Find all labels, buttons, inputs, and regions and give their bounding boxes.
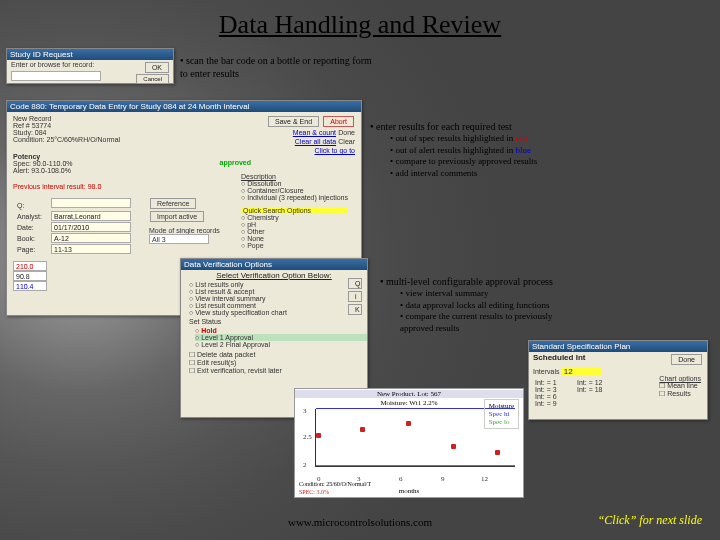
goto-link[interactable]: Click to go to [315, 147, 355, 154]
vo-1[interactable]: List results only [189, 281, 367, 288]
alert-lbl: Alert: 93.0-108.0% [13, 167, 73, 174]
opt-cc[interactable]: Container/Closure [241, 187, 348, 194]
status-hold[interactable]: Hold [195, 327, 367, 334]
caption-enter-s2: • out of alert results highlighted in bl… [390, 145, 630, 157]
int-6: Int: = 18 [577, 386, 603, 393]
chk-meanline[interactable]: Mean line [659, 382, 701, 390]
status-l2[interactable]: Level 2 Final Approval [195, 341, 367, 348]
xtick-6: 6 [399, 475, 403, 483]
q-field[interactable] [51, 198, 131, 208]
analyst-field[interactable]: Barrat,Leonard [51, 211, 131, 221]
lg-1: Moisture [489, 402, 514, 410]
chart-point [360, 427, 365, 432]
lg-3: Spec lo [489, 418, 514, 426]
chart-footer1: SPEC: 3.0% [299, 489, 329, 495]
txt-red: red [515, 133, 527, 143]
date-field[interactable]: 01/17/2010 [51, 222, 131, 232]
status-l1[interactable]: Level 1 Approval [195, 334, 367, 341]
hdr-new: New Record [13, 115, 120, 122]
verify-hdr: Select Verification Option Below: [185, 271, 363, 280]
chart-point [495, 450, 500, 455]
intv-val[interactable]: 12 [562, 367, 602, 376]
icon-k-button[interactable]: K [348, 304, 362, 315]
spec-lbl: Spec: 90.0-110.0% [13, 160, 73, 167]
q-icon: Q: [17, 202, 51, 209]
vo-5[interactable]: View study specification chart [189, 309, 367, 316]
opt-pope[interactable]: Pope [241, 242, 348, 249]
caption-enter-s4: • add interval comments [390, 168, 630, 180]
int-2: Int: = 3 [535, 386, 557, 393]
page-field[interactable]: 11-13 [51, 244, 131, 254]
caption-enter: • enter results for each required test •… [370, 120, 630, 180]
hdr-study: Study: 084 [13, 129, 120, 136]
caption-approval-s3: • compare the current results to previou… [400, 311, 640, 323]
done-button[interactable]: Done [671, 354, 702, 365]
icon-q-button[interactable]: Q [348, 278, 362, 289]
book-lbl: Book: [17, 235, 51, 242]
save-button[interactable]: Save & End [268, 116, 319, 127]
chk-results[interactable]: Results [659, 390, 701, 398]
dlg-dataentry-title: Code 880: Temporary Data Entry for Study… [7, 101, 361, 112]
icon-i-button[interactable]: i [348, 291, 362, 302]
ok-button[interactable]: OK [145, 62, 169, 73]
vo-2[interactable]: List result & accept [189, 288, 367, 295]
clear-link[interactable]: Clear all data [295, 138, 336, 145]
prompt: Enter or browse for record: [11, 61, 94, 68]
studyid-input[interactable] [11, 71, 101, 81]
int-5: Int: = 12 [577, 379, 603, 386]
vo-4[interactable]: List result comment [189, 302, 367, 309]
cancel-button[interactable]: Cancel [136, 74, 169, 84]
txt: • out of alert results highlighted in [390, 145, 515, 155]
dlg-sched-title: Standard Specification Plan [529, 341, 707, 352]
xtick-9: 9 [441, 475, 445, 483]
opt-ph[interactable]: pH [241, 221, 348, 228]
vo-3[interactable]: View interval summary [189, 295, 367, 302]
mean-val: Done [338, 129, 355, 136]
chart-point [406, 421, 411, 426]
chart-panel: New Product. Lot: 567 Moisture: Wt1 2.2%… [294, 388, 524, 498]
xtick-12: 12 [481, 475, 488, 483]
clear-val: Clear [338, 138, 355, 145]
opt-ind[interactable]: Individual (3 repeated) injections [241, 194, 348, 201]
import-button[interactable]: Import active [150, 211, 204, 222]
chk-delete[interactable]: Delete data packet [189, 351, 359, 359]
prev-msg: Previous interval result: 98.0 [13, 183, 101, 190]
caption-scan: • scan the bar code on a bottle or repor… [180, 54, 420, 80]
book-field[interactable]: A-12 [51, 233, 131, 243]
chart-title: New Product. Lot: 567 [295, 390, 523, 398]
txt: • out of spec results highlighted in [390, 133, 515, 143]
page-lbl: Page: [17, 246, 51, 253]
int-3: Int: = 6 [535, 393, 557, 400]
opt-none[interactable]: None [241, 235, 348, 242]
set-status-lbl: Set Status [189, 318, 359, 325]
dlg-verify-title: Data Verification Options [181, 259, 367, 270]
footer-click-hint: “Click” for next slide [598, 513, 702, 528]
lg-2: Spec hi [489, 410, 514, 418]
chk-exit[interactable]: Exit verification, revisit later [189, 367, 359, 375]
result-1[interactable]: 210.0 [13, 261, 47, 271]
potency-lbl: Potency [13, 153, 73, 160]
mode-field[interactable]: All 3 [149, 234, 209, 244]
chart-point [316, 433, 321, 438]
chart-legend: Moisture Spec hi Spec lo [484, 399, 519, 429]
chk-edit[interactable]: Edit result(s) [189, 359, 359, 367]
opt-chem[interactable]: Chemistry [241, 214, 348, 221]
caption-scan-l2: to enter results [180, 67, 420, 80]
mean-link[interactable]: Mean & count [293, 129, 336, 136]
caption-approval-l1: • multi-level configurable approval proc… [380, 275, 640, 288]
abort-button[interactable]: Abort [323, 116, 354, 127]
approved-lbl: approved [219, 159, 251, 166]
opt-disso[interactable]: Dissolution [241, 180, 348, 187]
caption-enter-l1: • enter results for each required test [370, 120, 630, 133]
quick-hdr: Quick Search Options [241, 207, 348, 214]
mode-lbl: Mode of single records [149, 227, 220, 234]
opt-other[interactable]: Other [241, 228, 348, 235]
desc-hdr: Description [241, 173, 348, 180]
caption-enter-s3: • compare to previously approved results [390, 156, 630, 168]
result-3[interactable]: 110.4 [13, 281, 47, 291]
reference-button[interactable]: Reference [150, 198, 196, 209]
dlg-studyid-title: Study ID Request [7, 49, 173, 60]
result-2[interactable]: 90.8 [13, 271, 47, 281]
analyst-lbl: Analyst: [17, 213, 51, 220]
ytick-2: 2 [303, 461, 307, 469]
